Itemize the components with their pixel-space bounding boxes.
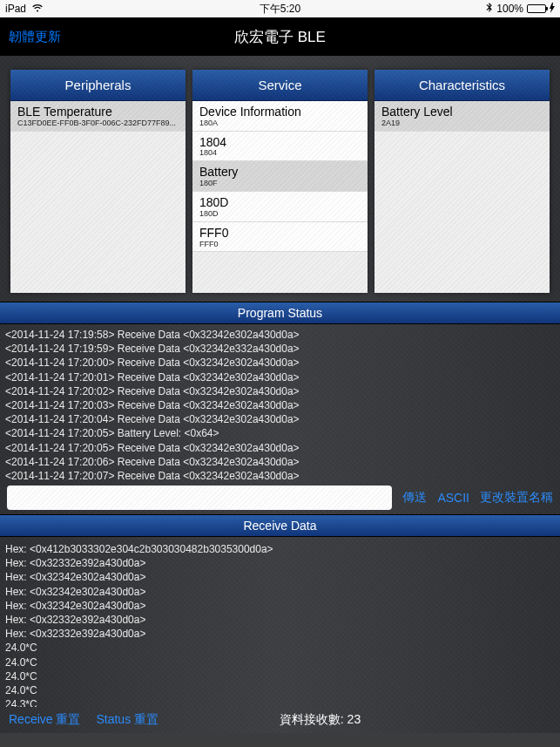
list-item[interactable]: FFF0FFF0 <box>192 222 368 253</box>
page-title: 欣宏電子 BLE <box>0 27 560 47</box>
wifi-icon <box>31 3 44 15</box>
list-item-title: Battery <box>199 165 361 180</box>
device-label: iPad <box>5 3 26 15</box>
panels-area: Peripherals BLE TemperatureC13FD0EE-FF0B… <box>0 56 560 302</box>
peripherals-panel: Peripherals BLE TemperatureC13FD0EE-FF0B… <box>10 70 186 293</box>
list-item-sub: 1804 <box>199 149 361 158</box>
list-item-title: 180D <box>199 195 361 210</box>
footer: Receive 重置 Status 重置 資料接收數: 23 <box>0 707 560 733</box>
battery-percent: 100% <box>496 3 523 15</box>
log-line: <2014-11-24 17:20:07> Receive Data <0x32… <box>5 469 555 481</box>
list-item-sub: 2A19 <box>381 119 543 128</box>
log-line: <2014-11-24 17:19:58> Receive Data <0x32… <box>5 328 555 342</box>
service-panel: Service Device Information180A18041804Ba… <box>192 70 368 293</box>
log-line: Hex: <0x32332e392a430d0a> <box>5 627 555 641</box>
log-line: Hex: <0x32342e302a430d0a> <box>5 599 555 613</box>
log-line: 24.0*C <box>5 655 555 669</box>
characteristics-list[interactable]: Battery Level2A19 <box>374 101 550 293</box>
log-line: <2014-11-24 17:20:02> Receive Data <0x32… <box>5 384 555 398</box>
program-status-log[interactable]: <2014-11-24 17:19:58> Receive Data <0x32… <box>0 324 560 481</box>
list-item[interactable]: BLE TemperatureC13FD0EE-FF0B-3F0F-006C-2… <box>10 101 186 132</box>
list-item[interactable]: 18041804 <box>192 132 368 162</box>
list-item-sub: 180F <box>199 180 361 188</box>
charging-icon <box>550 3 555 16</box>
bluetooth-icon <box>486 3 493 16</box>
send-input[interactable] <box>7 486 392 510</box>
send-button[interactable]: 傳送 <box>402 490 427 506</box>
list-item[interactable]: 180D180D <box>192 192 368 222</box>
log-line: <2014-11-24 17:19:59> Receive Data <0x32… <box>5 342 555 356</box>
characteristics-panel: Characteristics Battery Level2A19 <box>374 70 550 293</box>
list-item-sub: C13FD0EE-FF0B-3F0F-006C-232FD77F89... <box>17 119 179 128</box>
list-item-title: FFF0 <box>199 226 361 241</box>
list-item[interactable]: Battery180F <box>192 161 368 192</box>
log-line: 24.0*C <box>5 669 555 683</box>
log-line: 24.0*C <box>5 683 555 697</box>
battery-icon <box>527 4 546 13</box>
mode-button[interactable]: ASCII <box>437 491 469 505</box>
log-line: <2014-11-24 17:20:06> Receive Data <0x32… <box>5 455 555 469</box>
log-line: <2014-11-24 17:20:05> Receive Data <0x32… <box>5 441 555 455</box>
list-item-title: Battery Level <box>381 105 543 119</box>
log-line: 24.0*C <box>5 641 555 655</box>
list-item-title: BLE Temperature <box>17 105 179 119</box>
log-line: Hex: <0x32332e392a430d0a> <box>5 613 555 627</box>
clock: 下午5:20 <box>188 2 371 17</box>
list-item-sub: 180D <box>199 210 361 219</box>
list-item[interactable]: Battery Level2A19 <box>374 101 550 132</box>
list-item-title: Device Information <box>199 105 361 119</box>
log-line: Hex: <0x32342e302a430d0a> <box>5 570 555 584</box>
log-line: <2014-11-24 17:20:00> Receive Data <0x32… <box>5 356 555 370</box>
list-item-sub: 180A <box>199 119 361 128</box>
log-line: <2014-11-24 17:20:04> Receive Data <0x32… <box>5 412 555 426</box>
receive-data-header: Receive Data <box>0 514 560 537</box>
log-line: <2014-11-24 17:20:05> Battery Level: <0x… <box>5 426 555 440</box>
status-bar: iPad 下午5:20 100% <box>0 0 560 17</box>
list-item-title: 1804 <box>199 135 361 150</box>
receive-count: 資料接收數: 23 <box>174 712 466 728</box>
log-line: <2014-11-24 17:20:03> Receive Data <0x32… <box>5 398 555 412</box>
rename-device-button[interactable]: 更改裝置名稱 <box>480 490 553 506</box>
nav-bar: 韌體更新 欣宏電子 BLE <box>0 17 560 56</box>
input-row: 傳送 ASCII 更改裝置名稱 <box>0 481 560 514</box>
log-line: Hex: <0x32332e392a430d0a> <box>5 556 555 570</box>
status-reset-button[interactable]: Status 重置 <box>96 712 159 728</box>
log-line: 24.3*C <box>5 697 555 707</box>
log-line: Hex: <0x412b3033302e304c2b303030482b3035… <box>5 542 555 556</box>
firmware-update-button[interactable]: 韌體更新 <box>0 29 61 45</box>
service-list[interactable]: Device Information180A18041804Battery180… <box>192 101 368 293</box>
log-line: <2014-11-24 17:20:01> Receive Data <0x32… <box>5 370 555 384</box>
log-line: Hex: <0x32342e302a430d0a> <box>5 585 555 599</box>
program-status-header: Program Status <box>0 302 560 324</box>
characteristics-header: Characteristics <box>374 70 550 101</box>
service-header: Service <box>192 70 368 101</box>
list-item-sub: FFF0 <box>199 241 361 249</box>
peripherals-header: Peripherals <box>10 70 186 101</box>
receive-data-log[interactable]: Hex: <0x412b3033302e304c2b303030482b3035… <box>0 537 560 707</box>
peripherals-list[interactable]: BLE TemperatureC13FD0EE-FF0B-3F0F-006C-2… <box>10 101 186 293</box>
list-item[interactable]: Device Information180A <box>192 101 368 132</box>
receive-reset-button[interactable]: Receive 重置 <box>9 712 80 728</box>
